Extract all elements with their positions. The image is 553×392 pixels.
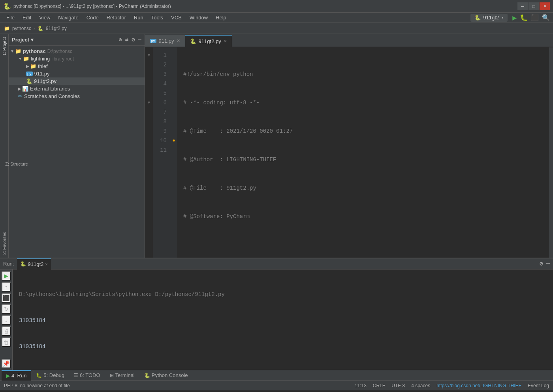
editor-scrollbar[interactable] (549, 47, 553, 258)
tree-label-911gt2py: 911gt2.py (34, 78, 56, 84)
bottom-toolbar: ▶ 4: Run 🐛 5: Debug ☰ 6: TODO ⊞ Terminal… (0, 370, 553, 380)
run-print-button[interactable]: 🖨 (2, 326, 11, 336)
status-blog-link[interactable]: https://blog.csdn.net/LIGHTNING-THIEF (436, 383, 521, 388)
bottom-tab-label-debug: 5: Debug (43, 372, 64, 378)
project-header: Project ▾ ⊕ ⇄ ⚙ ─ (9, 34, 145, 46)
line-numbers: 1 2 3 4 5 6 7 8 9 10 11 (153, 47, 171, 258)
output-line-3: 31035184 (19, 342, 547, 351)
tab-911gt2py[interactable]: 🐍 911gt2.py ✕ (185, 35, 232, 47)
new-file-icon[interactable]: ⊕ (118, 36, 122, 43)
breadcrumb-project[interactable]: pythonsc (12, 26, 31, 31)
run-config-label: 911gt2 (483, 15, 499, 21)
menu-help[interactable]: Help (213, 14, 229, 21)
stop-button[interactable]: ⬛ (531, 14, 539, 22)
sync-icon[interactable]: ⇄ (125, 36, 128, 43)
breadcrumb-file-icon: 🐍 (38, 26, 43, 31)
tab-run[interactable]: ▶ 4: Run (2, 370, 31, 381)
run-output[interactable]: D:\pythonsc\lightning\Scripts\python.exe… (13, 270, 553, 370)
menu-view[interactable]: View (36, 14, 53, 21)
breadcrumb-folder-icon: 📁 (4, 26, 10, 31)
run-delete-button[interactable]: 🗑 (2, 337, 11, 347)
run-play-button[interactable]: ▶ (2, 271, 11, 281)
event-log-button[interactable]: Event Log (528, 383, 549, 388)
run-pin-button[interactable]: 📌 (2, 359, 11, 368)
run-scroll-down[interactable]: ↓ (2, 315, 11, 325)
py-run-icon-911gt2: 🐍 (26, 78, 32, 84)
tab-close-911gt2py[interactable]: ✕ (224, 39, 227, 44)
minimize-panel-icon[interactable]: ─ (138, 37, 141, 43)
search-everywhere-button[interactable]: 🔍 (542, 14, 550, 22)
run-up-button[interactable]: ↑ (2, 282, 11, 292)
tree-item-911gt2py[interactable]: 🐍 911gt2.py (9, 77, 145, 85)
menu-vcs[interactable]: VCS (168, 14, 185, 21)
debug-tab-icon: 🐛 (36, 373, 42, 378)
run-rerun-button[interactable]: ↻ (2, 304, 11, 314)
tree-item-lightning[interactable]: ▼ 📁 lightning library root (9, 55, 145, 62)
tree-label-lightning: lightning (31, 56, 50, 62)
favorites-vertical-tab[interactable]: 2: Favorites (1, 229, 8, 258)
code-line-5: # @File : 911gt2.py (183, 183, 543, 193)
tab-debug[interactable]: 🐛 5: Debug (31, 370, 69, 381)
folder-icon-pythonsc: 📁 (15, 48, 21, 54)
run-minimize-icon[interactable]: ─ (546, 260, 550, 267)
tab-python-console[interactable]: 🐍 Python Console (139, 370, 193, 381)
close-button[interactable]: ✕ (540, 2, 550, 10)
bottom-tab-label-terminal: Terminal (115, 372, 135, 378)
tree-label-911py: 911.py (34, 71, 50, 77)
run-tab-911gt2[interactable]: 🐍 911gt2 ✕ (17, 258, 51, 270)
code-content[interactable]: #!/usr/bin/env python # -*- coding: utf-… (177, 47, 549, 258)
run-stop-button[interactable]: ⬛ (2, 293, 11, 303)
status-encoding[interactable]: UTF-8 (391, 383, 405, 388)
tab-terminal[interactable]: ⊞ Terminal (105, 370, 139, 381)
menu-window[interactable]: Window (186, 14, 211, 21)
settings-icon[interactable]: ⚙ (132, 36, 135, 43)
structure-vertical-tab[interactable]: Z: Structure (2, 160, 31, 168)
run-config-dropdown[interactable]: 🐍 911gt2 ▾ (470, 14, 508, 22)
debug-button[interactable]: 🐛 (520, 14, 528, 22)
project-panel: Project ▾ ⊕ ⇄ ⚙ ─ ▼ 📁 pythonsc D:\python… (9, 34, 145, 258)
minimize-button[interactable]: ─ (517, 2, 528, 10)
breakpoint-10[interactable]: ● (171, 136, 177, 145)
title-bar: 🐍 pythonsc [D:\pythonsc] - ...\911gt2.py… (0, 0, 553, 13)
run-tab-close[interactable]: ✕ (45, 262, 48, 267)
menu-navigate[interactable]: Navigate (55, 14, 81, 21)
breadcrumb-file[interactable]: 911gt2.py (46, 26, 67, 31)
bottom-tab-label-python-console: Python Console (152, 372, 188, 378)
status-position[interactable]: 11:13 (355, 383, 367, 388)
run-label: Run: (3, 261, 14, 267)
run-button[interactable]: ▶ (512, 13, 517, 22)
tree-item-911py[interactable]: py 911.py (9, 70, 145, 77)
code-line-1: #!/usr/bin/env python (183, 70, 543, 79)
menu-edit[interactable]: Edit (19, 14, 34, 21)
menu-refactor[interactable]: Refactor (103, 14, 129, 21)
tree-item-ext-libs[interactable]: ▶ 📊 External Libraries (9, 85, 145, 92)
tab-label-911py: 911.py (159, 38, 174, 44)
tab-todo[interactable]: ☰ 6: TODO (69, 370, 105, 381)
run-tab-label: 911gt2 (28, 261, 43, 267)
breadcrumb: 📁 pythonsc › 🐍 911gt2.py (0, 23, 553, 34)
menu-code[interactable]: Code (83, 14, 102, 21)
tree-item-thief[interactable]: ▶ 📁 thief (9, 62, 145, 70)
bottom-panel: Run: 🐍 911gt2 ✕ ⚙ ─ ▶ ↑ ⬛ ↻ ↓ 🖨 🗑 📌 D:\p… (0, 258, 553, 370)
bottom-tab-label-run: 4: Run (11, 373, 26, 379)
menu-run[interactable]: Run (131, 14, 147, 21)
project-vertical-tab[interactable]: 1: Project (1, 34, 8, 58)
maximize-button[interactable]: □ (529, 2, 539, 10)
menu-bar: File Edit View Navigate Code Refactor Ru… (0, 13, 553, 23)
left-gutter: 1: Project 2: Favorites Z: Structure (0, 34, 9, 258)
code-line-4: # @Author : LIGHTNING-THIEF (183, 155, 543, 164)
tab-close-911py[interactable]: ✕ (177, 38, 180, 43)
bottom-tab-label-todo: 6: TODO (80, 372, 100, 378)
expand-arrow-lightning: ▼ (18, 57, 22, 61)
tab-911py[interactable]: py 911.py ✕ (145, 35, 185, 47)
menu-file[interactable]: File (3, 14, 18, 21)
code-editor[interactable]: ▼ ▼ 1 2 3 4 5 6 7 8 (145, 47, 553, 258)
status-line-ending[interactable]: CRLF (373, 383, 385, 388)
run-settings-icon[interactable]: ⚙ (540, 260, 543, 268)
status-indent[interactable]: 4 spaces (411, 383, 430, 388)
tree-item-pythonsc[interactable]: ▼ 📁 pythonsc D:\pythonsc (9, 47, 145, 55)
folder-icon-lightning: 📁 (23, 56, 29, 62)
tree-item-scratches[interactable]: ✏ Scratches and Consoles (9, 92, 145, 100)
menu-tools[interactable]: Tools (148, 14, 166, 21)
output-line-2: 31035184 (19, 316, 547, 325)
